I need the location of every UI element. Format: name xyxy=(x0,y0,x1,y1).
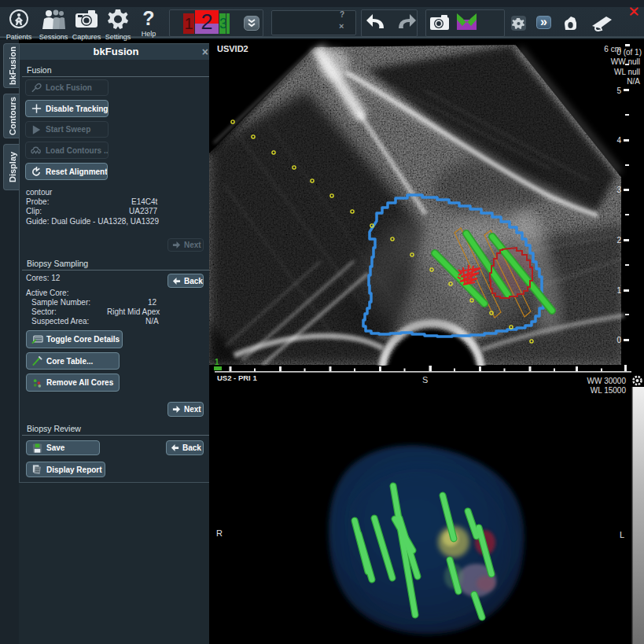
svg-text:US2 - PRI 1: US2 - PRI 1 xyxy=(217,374,257,382)
svg-text:USVID2: USVID2 xyxy=(217,44,248,53)
svg-text:0 (of 1): 0 (of 1) xyxy=(616,48,642,57)
svg-text:N/A: N/A xyxy=(627,77,640,86)
svg-text:2: 2 xyxy=(616,236,621,245)
svg-text:WL 15000: WL 15000 xyxy=(591,386,627,395)
svg-text:0: 0 xyxy=(616,336,621,344)
svg-text:S: S xyxy=(422,375,428,385)
svg-text:5: 5 xyxy=(616,86,621,95)
svg-text:3: 3 xyxy=(616,186,621,194)
svg-text:L: L xyxy=(620,530,624,539)
svg-text:WL null: WL null xyxy=(614,68,640,76)
svg-text:1: 1 xyxy=(215,358,219,366)
svg-text:4: 4 xyxy=(616,136,621,145)
svg-text:1: 1 xyxy=(616,286,621,295)
svg-text:WW 30000: WW 30000 xyxy=(587,377,627,385)
svg-text:R: R xyxy=(216,528,223,538)
